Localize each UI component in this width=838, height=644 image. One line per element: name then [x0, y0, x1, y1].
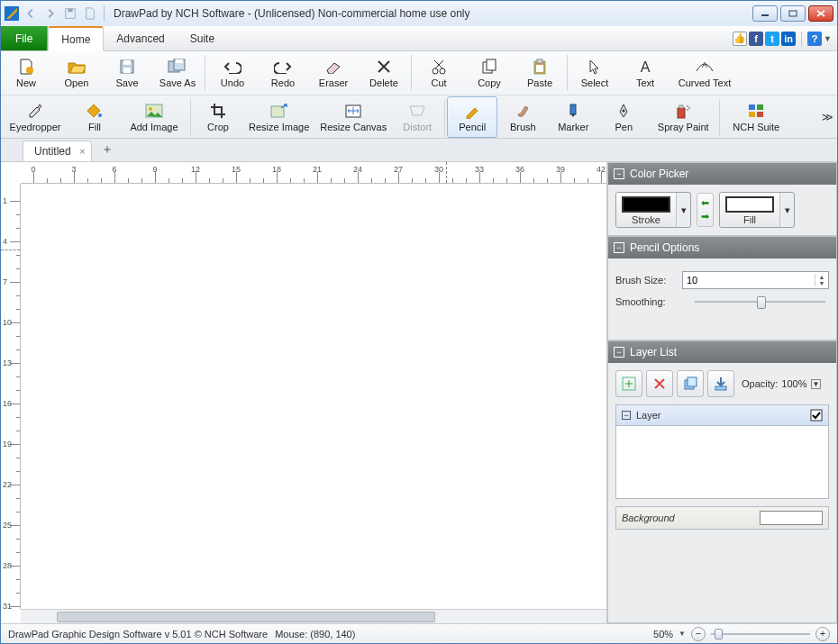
document-tab[interactable]: Untitled × — [23, 141, 92, 161]
twitter-icon[interactable]: t — [765, 32, 779, 46]
ribbon-marker-button[interactable]: Marker — [548, 96, 598, 138]
spin-down-icon[interactable]: ▼ — [815, 280, 828, 286]
delete-layer-button[interactable] — [646, 370, 673, 397]
linkedin-icon[interactable]: in — [781, 32, 796, 46]
ribbon-fill-button[interactable]: Fill — [69, 96, 120, 138]
duplicate-layer-button[interactable] — [677, 370, 704, 397]
qat-save-icon[interactable] — [62, 5, 78, 22]
layer-collapse-icon[interactable]: − — [622, 411, 631, 420]
ribbon-crop-button[interactable]: Crop — [193, 96, 243, 138]
horizontal-scrollbar[interactable] — [21, 609, 606, 623]
ribbon-text-button[interactable]: AText — [620, 52, 670, 94]
qat-back-icon[interactable] — [23, 5, 39, 22]
social-bar: 👍 f t in ? ▼ — [733, 26, 837, 50]
menu-tab-advanced[interactable]: Advanced — [104, 26, 177, 50]
resizeimage-icon — [270, 102, 288, 120]
ribbon-eraser-button[interactable]: Eraser — [308, 52, 359, 94]
stroke-swatch-group[interactable]: Stroke ▾ — [615, 192, 691, 228]
ribbon-redo-button[interactable]: Redo — [258, 52, 308, 94]
fill-icon — [87, 102, 103, 120]
ribbon-undo-button[interactable]: Undo — [207, 52, 258, 94]
ribbon-paste-button[interactable]: Paste — [515, 52, 565, 94]
side-panels: −Color Picker Stroke ▾ ⬅ ➡ — [606, 162, 837, 623]
ribbon-addimage-button[interactable]: Add Image — [120, 96, 188, 138]
svg-rect-7 — [123, 68, 131, 73]
svg-rect-14 — [487, 59, 496, 70]
new-tab-button[interactable]: ＋ — [92, 138, 123, 161]
fill-swatch-group[interactable]: Fill ▾ — [719, 192, 795, 228]
ribbon-delete-button[interactable]: Delete — [359, 52, 409, 94]
background-row[interactable]: Background — [615, 506, 829, 530]
collapse-icon[interactable]: − — [614, 347, 624, 358]
fill-dropdown-icon[interactable]: ▾ — [779, 193, 794, 227]
zoom-in-button[interactable]: + — [815, 627, 830, 641]
document-tab-label: Untitled — [34, 145, 71, 158]
merge-layer-button[interactable] — [707, 370, 734, 397]
smoothing-slider[interactable] — [691, 295, 829, 309]
qat-forward-icon[interactable] — [42, 5, 59, 22]
ribbon-new-button[interactable]: New — [1, 52, 51, 94]
zoom-slider[interactable] — [711, 627, 810, 641]
ribbon-copy-button[interactable]: Copy — [464, 52, 515, 94]
zoom-dropdown-icon[interactable]: ▼ — [679, 630, 686, 638]
save-icon — [119, 58, 135, 76]
title-bar: DrawPad by NCH Software - (Unlicensed) N… — [1, 1, 837, 26]
ribbon-open-button[interactable]: Open — [51, 52, 102, 94]
ribbon-save-button[interactable]: Save — [102, 52, 152, 94]
panel-layer-list: −Layer List Opacity: 100% ▼ − Layer — [607, 340, 837, 623]
brush-size-input[interactable]: ▲▼ — [682, 271, 829, 289]
svg-point-31 — [687, 109, 688, 111]
stroke-swatch[interactable] — [622, 196, 670, 213]
crop-icon — [210, 102, 226, 120]
panel-color-picker: −Color Picker Stroke ▾ ⬅ ➡ — [607, 162, 837, 236]
swap-right-icon[interactable]: ➡ — [701, 211, 709, 222]
svg-point-20 — [98, 113, 102, 117]
background-swatch[interactable] — [760, 511, 823, 525]
swap-left-icon[interactable]: ⬅ — [701, 197, 709, 209]
opacity-dropdown-icon[interactable]: ▼ — [811, 379, 822, 389]
svg-rect-28 — [679, 105, 683, 108]
stroke-dropdown-icon[interactable]: ▾ — [676, 193, 690, 227]
ribbon-resizeimage-button[interactable]: Resize Image — [243, 96, 314, 138]
facebook-icon[interactable]: f — [749, 32, 763, 46]
ribbon-overflow-icon[interactable]: ≫ — [822, 111, 833, 123]
svg-rect-25 — [570, 104, 576, 114]
menu-tab-suite[interactable]: Suite — [178, 26, 227, 50]
ribbon-curvedtext-button[interactable]: ACurved Text — [670, 52, 739, 94]
spin-up-icon[interactable]: ▲ — [815, 274, 828, 280]
ribbon-brush-button[interactable]: Brush — [497, 96, 548, 138]
ribbon-pen-button[interactable]: Pen — [598, 96, 649, 138]
help-dropdown-icon[interactable]: ▼ — [824, 34, 832, 43]
collapse-icon[interactable]: − — [614, 168, 624, 179]
canvas[interactable] — [21, 184, 606, 609]
add-layer-button[interactable] — [615, 370, 642, 397]
layer-visible-checkbox[interactable] — [810, 409, 823, 422]
qat-newdoc-icon[interactable] — [82, 5, 98, 22]
thumbsup-icon[interactable]: 👍 — [733, 32, 747, 46]
svg-rect-10 — [176, 59, 183, 63]
minimize-button[interactable] — [752, 5, 778, 22]
ribbon-spraypaint-button[interactable]: Spray Paint — [649, 96, 717, 138]
zoom-out-button[interactable]: − — [691, 627, 706, 641]
svg-rect-6 — [123, 60, 131, 65]
maximize-button[interactable] — [780, 5, 806, 22]
menu-tab-home[interactable]: Home — [48, 26, 104, 51]
svg-point-12 — [440, 68, 445, 74]
ribbon-select-button[interactable]: Select — [569, 52, 620, 94]
help-icon[interactable]: ? — [807, 32, 822, 46]
layer-item[interactable]: − Layer — [616, 405, 828, 426]
ribbon-eyedropper-button[interactable]: Eyedropper — [1, 96, 69, 138]
ribbon-saveas-button[interactable]: Save As — [152, 52, 203, 94]
close-tab-icon[interactable]: × — [79, 146, 85, 157]
ribbon-nchsuite-button[interactable]: NCH Suite — [722, 96, 790, 138]
ribbon-cut-button[interactable]: Cut — [414, 52, 464, 94]
ribbon-resizecanvas-button[interactable]: Resize Canvas — [314, 96, 392, 138]
collapse-icon[interactable]: − — [614, 242, 624, 253]
delete-icon — [377, 58, 391, 76]
svg-point-22 — [149, 107, 152, 111]
fill-swatch[interactable] — [725, 196, 774, 213]
ribbon-distort-button[interactable]: Distort — [392, 96, 442, 138]
menu-file[interactable]: File — [1, 26, 48, 50]
close-button[interactable] — [808, 5, 833, 22]
ribbon-pencil-button[interactable]: Pencil — [447, 96, 497, 138]
